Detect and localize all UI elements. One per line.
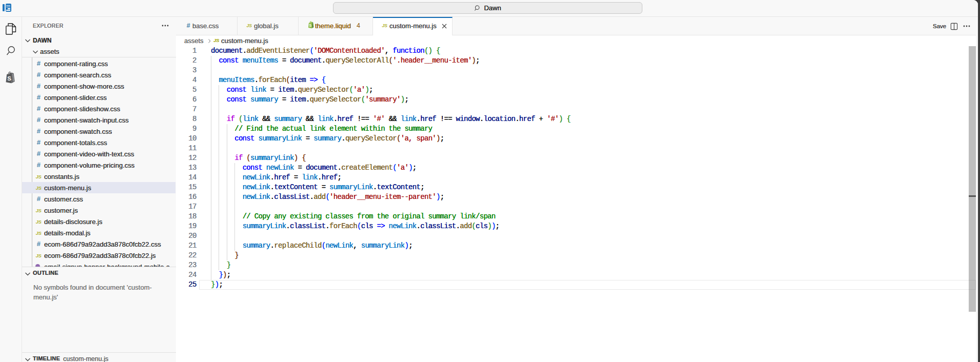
svg-text:S: S [7,75,11,82]
